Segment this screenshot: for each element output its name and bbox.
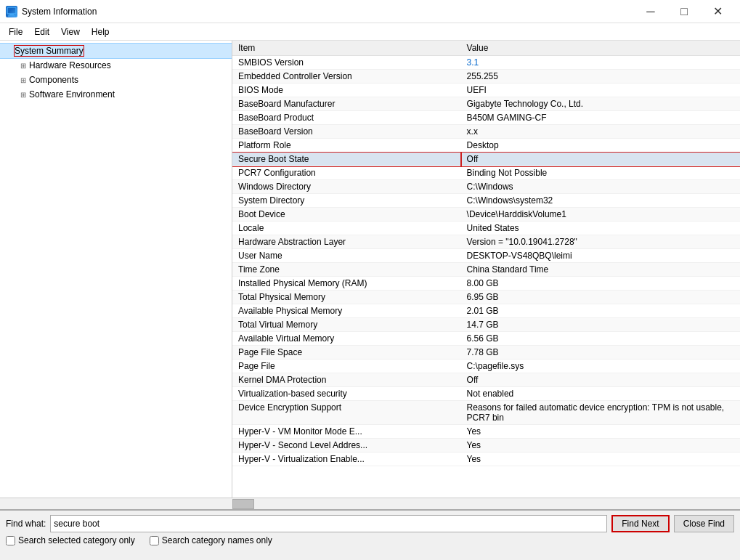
menu-file[interactable]: File [3, 24, 28, 40]
right-panel: Item Value SMBIOS Version3.1Embedded Con… [232, 41, 740, 498]
table-row: Installed Physical Memory (RAM)8.00 GB [232, 277, 740, 291]
table-row: Available Virtual Memory6.56 GB [232, 332, 740, 346]
table-cell-value: C:\Windows\system32 [461, 194, 740, 208]
table-cell-value: x.x [461, 125, 740, 139]
table-cell-value: Binding Not Possible [461, 166, 740, 180]
menu-help[interactable]: Help [86, 24, 115, 40]
main-area: System Summary ⊞ Hardware Resources ⊞ Co… [0, 41, 740, 498]
table-row: System DirectoryC:\Windows\system32 [232, 194, 740, 208]
menu-bar: File Edit View Help [0, 23, 740, 41]
svg-rect-1 [9, 14, 14, 15]
table-row: Platform RoleDesktop [232, 139, 740, 153]
close-button[interactable]: ✕ [701, 0, 734, 23]
table-cell-item: User Name [232, 249, 461, 263]
table-cell-item: Time Zone [232, 263, 461, 277]
search-names-checkbox[interactable] [150, 536, 159, 545]
components-label: Components [29, 75, 78, 85]
search-names-checkbox-label[interactable]: Search category names only [150, 535, 272, 545]
table-cell-item: Available Virtual Memory [232, 332, 461, 346]
col-value: Value [461, 41, 740, 56]
table-cell-item: Secure Boot State [232, 153, 461, 166]
table-cell-item: Total Physical Memory [232, 291, 461, 304]
table-row: LocaleUnited States [232, 222, 740, 235]
expand-components[interactable]: ⊞ [17, 74, 29, 86]
search-selected-label: Search selected category only [18, 535, 135, 545]
table-row: Total Physical Memory6.95 GB [232, 291, 740, 304]
info-table: Item Value SMBIOS Version3.1Embedded Con… [232, 41, 740, 466]
table-row: Kernel DMA ProtectionOff [232, 373, 740, 387]
table-cell-value: B450M GAMING-CF [461, 111, 740, 125]
expand-system-summary [3, 45, 15, 57]
menu-view[interactable]: View [55, 24, 86, 40]
table-cell-value: 14.7 GB [461, 318, 740, 332]
table-cell-item: BaseBoard Product [232, 111, 461, 125]
table-cell-item: BaseBoard Version [232, 125, 461, 139]
table-cell-item: Installed Physical Memory (RAM) [232, 277, 461, 291]
table-row: Embedded Controller Version255.255 [232, 70, 740, 84]
left-panel: System Summary ⊞ Hardware Resources ⊞ Co… [0, 41, 232, 498]
table-row: BaseBoard ManufacturerGigabyte Technolog… [232, 97, 740, 111]
expand-hardware[interactable]: ⊞ [17, 60, 29, 71]
table-cell-item: Platform Role [232, 139, 461, 153]
table-cell-item: PCR7 Configuration [232, 166, 461, 180]
search-names-label: Search category names only [162, 535, 272, 545]
table-row: Available Physical Memory2.01 GB [232, 304, 740, 318]
restore-button[interactable]: □ [667, 0, 701, 23]
table-cell-item: BaseBoard Manufacturer [232, 97, 461, 111]
table-row: Hyper-V - Second Level Addres...Yes [232, 439, 740, 453]
table-row: BIOS ModeUEFI [232, 84, 740, 97]
table-row: Hyper-V - VM Monitor Mode E...Yes [232, 425, 740, 439]
find-input[interactable] [50, 515, 607, 532]
tree-item-hardware-resources[interactable]: ⊞ Hardware Resources [15, 58, 232, 73]
table-cell-item: Hyper-V - Second Level Addres... [232, 439, 461, 453]
table-cell-value: China Standard Time [461, 263, 740, 277]
table-row: Boot Device\Device\HarddiskVolume1 [232, 208, 740, 222]
table-cell-item: Page File Space [232, 346, 461, 360]
table-cell-value: Not enabled [461, 387, 740, 401]
tree-item-software-environment[interactable]: ⊞ Software Environment [15, 87, 232, 102]
table-cell-value: Gigabyte Technology Co., Ltd. [461, 97, 740, 111]
table-row: Page File Space7.78 GB [232, 346, 740, 360]
tree-item-components[interactable]: ⊞ Components [15, 73, 232, 87]
search-selected-checkbox[interactable] [6, 536, 15, 545]
expand-software[interactable]: ⊞ [17, 89, 29, 100]
close-find-button[interactable]: Close Find [674, 515, 734, 532]
svg-rect-0 [7, 7, 16, 14]
software-environment-label: Software Environment [29, 89, 115, 100]
table-row: Hardware Abstraction LayerVersion = "10.… [232, 235, 740, 249]
find-next-button[interactable]: Find Next [611, 515, 669, 532]
find-bar: Find what: Find Next Close Find Search s… [0, 509, 740, 550]
app-icon [6, 6, 17, 17]
table-row: Windows DirectoryC:\Windows [232, 180, 740, 194]
find-what-label: Find what: [6, 519, 46, 529]
col-item: Item [232, 41, 461, 56]
table-cell-item: Total Virtual Memory [232, 318, 461, 332]
table-cell-value: Yes [461, 439, 740, 453]
horizontal-scrollbar[interactable] [0, 498, 740, 509]
table-cell-item: Hyper-V - Virtualization Enable... [232, 453, 461, 466]
search-selected-checkbox-label[interactable]: Search selected category only [6, 535, 135, 545]
table-cell-value: Yes [461, 453, 740, 466]
table-cell-value: 6.56 GB [461, 332, 740, 346]
table-row: PCR7 ConfigurationBinding Not Possible [232, 166, 740, 180]
find-row: Find what: Find Next Close Find [6, 515, 734, 532]
table-cell-value: 8.00 GB [461, 277, 740, 291]
table-cell-item: Locale [232, 222, 461, 235]
tree-item-system-summary[interactable]: System Summary [0, 44, 232, 58]
table-cell-item: Page File [232, 360, 461, 373]
minimize-button[interactable]: ─ [634, 0, 667, 23]
table-cell-value: Yes [461, 425, 740, 439]
table-cell-value: 3.1 [461, 56, 740, 70]
table-cell-value: Desktop [461, 139, 740, 153]
table-cell-value: United States [461, 222, 740, 235]
menu-edit[interactable]: Edit [28, 24, 55, 40]
table-cell-item: System Directory [232, 194, 461, 208]
table-cell-item: Kernel DMA Protection [232, 373, 461, 387]
table-row: BaseBoard Versionx.x [232, 125, 740, 139]
table-row: Total Virtual Memory14.7 GB [232, 318, 740, 332]
table-cell-value: \Device\HarddiskVolume1 [461, 208, 740, 222]
table-row: SMBIOS Version3.1 [232, 56, 740, 70]
table-cell-value: C:\pagefile.sys [461, 360, 740, 373]
table-row: User NameDESKTOP-VS48QBQ\leimi [232, 249, 740, 263]
checkbox-row: Search selected category only Search cat… [6, 535, 734, 545]
